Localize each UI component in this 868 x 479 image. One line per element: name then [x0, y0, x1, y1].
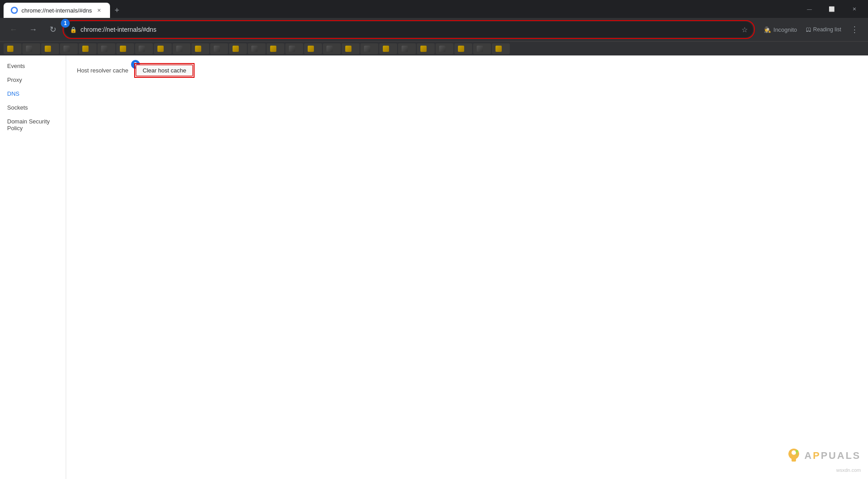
tab-title: chrome://net-internals/#dns [21, 7, 92, 14]
svg-rect-2 [792, 458, 796, 462]
forward-button[interactable]: → [25, 21, 41, 38]
bookmark-favicon [270, 46, 276, 52]
bookmark-favicon [420, 46, 427, 52]
bookmark-favicon [157, 46, 164, 52]
clear-host-cache-button[interactable]: Clear host cache [135, 64, 194, 76]
sidebar-item-sockets[interactable]: Sockets [0, 101, 66, 114]
bookmark-item[interactable] [379, 43, 397, 54]
title-bar: chrome://net-internals/#dns ✕ + — ⬜ ✕ [0, 0, 868, 18]
bookmark-favicon [402, 46, 408, 52]
bookmark-favicon [495, 46, 502, 52]
bookmark-favicon [289, 46, 295, 52]
bookmark-item[interactable] [342, 43, 360, 54]
appuals-icon [785, 447, 803, 465]
bookmark-item[interactable] [323, 43, 341, 54]
content-area: Events Proxy DNS Sockets Domain Security… [0, 55, 868, 479]
bookmark-item[interactable] [22, 43, 40, 54]
bookmark-star-icon[interactable]: ☆ [741, 25, 748, 34]
sidebar-item-events[interactable]: Events [0, 59, 66, 73]
bookmark-favicon [195, 46, 201, 52]
bookmark-item[interactable] [229, 43, 247, 54]
sidebar-item-dns[interactable]: DNS [0, 87, 66, 101]
bookmark-favicon [364, 46, 370, 52]
browser-frame: chrome://net-internals/#dns ✕ + — ⬜ ✕ ← … [0, 0, 868, 479]
close-button[interactable]: ✕ [844, 3, 864, 15]
reading-list-button[interactable]: 🕮 Reading list [802, 25, 845, 34]
bookmark-favicon [308, 46, 314, 52]
window-controls: — ⬜ ✕ [799, 3, 864, 15]
bookmark-favicon [139, 46, 145, 52]
bookmark-favicon [251, 46, 258, 52]
reload-button[interactable]: ↻ [45, 21, 61, 38]
address-bar-container: 🔒 1 ☆ [64, 21, 753, 38]
bookmark-favicon [7, 46, 13, 52]
page-content: Host resolver cache 2 Clear host cache [66, 55, 868, 479]
bookmark-favicon [233, 46, 239, 52]
watermark-logo: APPUALS [785, 447, 861, 465]
host-resolver-label: Host resolver cache [77, 67, 128, 74]
bookmark-item[interactable] [473, 43, 491, 54]
bookmark-favicon [345, 46, 351, 52]
bookmark-favicon [458, 46, 464, 52]
bookmark-item[interactable] [4, 43, 21, 54]
reading-list-label: Reading list [813, 26, 841, 33]
bookmark-favicon [477, 46, 483, 52]
appuals-label: APPUALS [804, 450, 861, 462]
bookmark-item[interactable] [398, 43, 416, 54]
bookmark-favicon [26, 46, 32, 52]
bookmark-item[interactable] [436, 43, 453, 54]
nav-bar: ← → ↻ 🔒 1 ☆ 🕵 Incognito 🕮 Reading list ⋮ [0, 18, 868, 41]
bookmark-favicon [383, 46, 389, 52]
active-tab[interactable]: chrome://net-internals/#dns ✕ [4, 3, 110, 18]
sidebar-item-domain-security[interactable]: Domain Security Policy [0, 114, 66, 135]
bookmark-favicon [326, 46, 333, 52]
bookmark-item[interactable] [267, 43, 284, 54]
back-button[interactable]: ← [5, 21, 21, 38]
bookmark-favicon [214, 46, 220, 52]
bookmark-favicon [120, 46, 126, 52]
bookmark-item[interactable] [60, 43, 78, 54]
bookmark-item[interactable] [79, 43, 97, 54]
annotation-badge-1: 1 [61, 19, 70, 28]
incognito-label: Incognito [774, 26, 797, 33]
sidebar-item-proxy[interactable]: Proxy [0, 73, 66, 87]
bookmark-item[interactable] [285, 43, 303, 54]
more-menu-button[interactable]: ⋮ [847, 21, 863, 38]
bookmark-favicon [176, 46, 182, 52]
bookmark-item[interactable] [304, 43, 322, 54]
bookmark-item[interactable] [41, 43, 59, 54]
bookmark-favicon [101, 46, 107, 52]
tab-favicon [11, 7, 18, 14]
tab-close-button[interactable]: ✕ [96, 7, 103, 14]
minimize-button[interactable]: — [799, 3, 820, 15]
bookmark-item[interactable] [248, 43, 266, 54]
bookmark-item[interactable] [97, 43, 115, 54]
bookmark-item[interactable] [454, 43, 472, 54]
svg-point-3 [796, 450, 798, 453]
watermark: APPUALS wsxdn.com [785, 447, 861, 474]
dns-section: Host resolver cache 2 Clear host cache [77, 64, 857, 76]
bookmark-item[interactable] [360, 43, 378, 54]
bookmark-favicon [45, 46, 51, 52]
bookmark-item[interactable] [154, 43, 172, 54]
maximize-button[interactable]: ⬜ [821, 3, 842, 15]
bookmark-item[interactable] [210, 43, 228, 54]
bookmark-favicon [82, 46, 89, 52]
sidebar: Events Proxy DNS Sockets Domain Security… [0, 55, 66, 479]
new-tab-button[interactable]: + [111, 4, 123, 17]
bookmark-item[interactable] [191, 43, 209, 54]
bookmark-item[interactable] [173, 43, 191, 54]
address-input[interactable] [64, 21, 753, 38]
bookmark-item[interactable] [135, 43, 153, 54]
bookmark-item[interactable] [116, 43, 134, 54]
bookmark-item[interactable] [417, 43, 435, 54]
bookmark-favicon [64, 46, 70, 52]
bookmark-favicon [439, 46, 445, 52]
bookmark-item[interactable] [492, 43, 510, 54]
incognito-button[interactable]: 🕵 Incognito [760, 25, 801, 35]
nav-right: 🕵 Incognito 🕮 Reading list ⋮ [760, 21, 863, 38]
bookmarks-bar [0, 41, 868, 55]
svg-rect-4 [796, 453, 797, 455]
incognito-icon: 🕵 [764, 26, 771, 33]
lock-icon: 🔒 [70, 26, 77, 33]
